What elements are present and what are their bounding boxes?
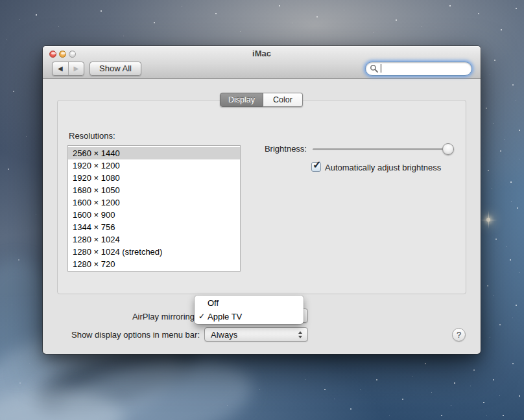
resolution-row[interactable]: 1920 × 1200 bbox=[68, 159, 240, 172]
resolution-row[interactable]: 1680 × 1050 bbox=[68, 184, 240, 196]
brightness-label: Brightness: bbox=[237, 144, 307, 154]
checkmark-icon: ✓ bbox=[198, 310, 206, 323]
system-preferences-window: iMac ◀ ▶ Show All Display Color Resoluti… bbox=[43, 46, 481, 354]
resolutions-label: Resolutions: bbox=[69, 131, 115, 141]
menu-bar-options-label: Show display options in menu bar: bbox=[56, 330, 200, 340]
help-button[interactable]: ? bbox=[452, 328, 466, 342]
back-button[interactable]: ◀ bbox=[53, 62, 69, 75]
resolution-row[interactable]: 1280 × 1024 bbox=[68, 233, 240, 246]
menu-item-label: Off bbox=[208, 298, 219, 308]
airplay-mirroring-label: AirPlay mirroring bbox=[125, 312, 195, 321]
resolution-row[interactable]: 2560 × 1440 bbox=[68, 147, 240, 159]
popup-value: Always bbox=[211, 329, 237, 340]
resolution-row[interactable]: 1280 × 1024 (stretched) bbox=[68, 246, 240, 258]
search-input[interactable] bbox=[365, 62, 472, 76]
menu-item-off[interactable]: Off bbox=[195, 296, 304, 310]
popup-stepper-icon bbox=[298, 331, 303, 339]
auto-brightness-checkbox[interactable]: ✓ bbox=[311, 162, 321, 172]
tab-color[interactable]: Color bbox=[263, 93, 303, 107]
menu-item-apple-tv[interactable]: ✓ Apple TV bbox=[195, 310, 304, 323]
starfield-bright bbox=[0, 0, 1, 1]
resolution-row[interactable]: 1920 × 1080 bbox=[68, 172, 240, 184]
window-title: iMac bbox=[43, 49, 481, 58]
nav-buttons: ◀ ▶ bbox=[52, 62, 84, 76]
window-chrome[interactable]: iMac ◀ ▶ Show All bbox=[43, 46, 481, 79]
resolution-row[interactable]: 1344 × 756 bbox=[68, 221, 240, 233]
resolution-row[interactable]: 1600 × 1200 bbox=[68, 196, 240, 209]
show-all-button[interactable]: Show All bbox=[89, 62, 141, 76]
menu-bar-options-popup[interactable]: Always bbox=[204, 327, 308, 342]
resolution-row[interactable]: 1280 × 720 bbox=[68, 258, 240, 270]
resolution-row[interactable]: 1600 × 900 bbox=[68, 209, 240, 221]
brightness-slider-track[interactable] bbox=[313, 148, 454, 150]
checkmark-icon: ✓ bbox=[313, 159, 321, 171]
tab-bar: Display Color bbox=[220, 93, 303, 107]
airplay-mirroring-menu: Off ✓ Apple TV bbox=[195, 296, 304, 324]
bright-star bbox=[486, 218, 490, 222]
resolutions-list: 2560 × 1440 1920 × 1200 1920 × 1080 1680… bbox=[67, 145, 241, 272]
desktop-wallpaper: iMac ◀ ▶ Show All Display Color Resoluti… bbox=[0, 0, 524, 420]
brightness-slider bbox=[313, 143, 454, 156]
forward-button[interactable]: ▶ bbox=[69, 62, 84, 75]
menu-item-label: Apple TV bbox=[208, 312, 242, 321]
tab-display[interactable]: Display bbox=[220, 93, 263, 107]
search-field bbox=[365, 62, 472, 76]
brightness-slider-thumb[interactable] bbox=[442, 143, 454, 155]
auto-brightness-label: Automatically adjust brightness bbox=[325, 163, 441, 172]
